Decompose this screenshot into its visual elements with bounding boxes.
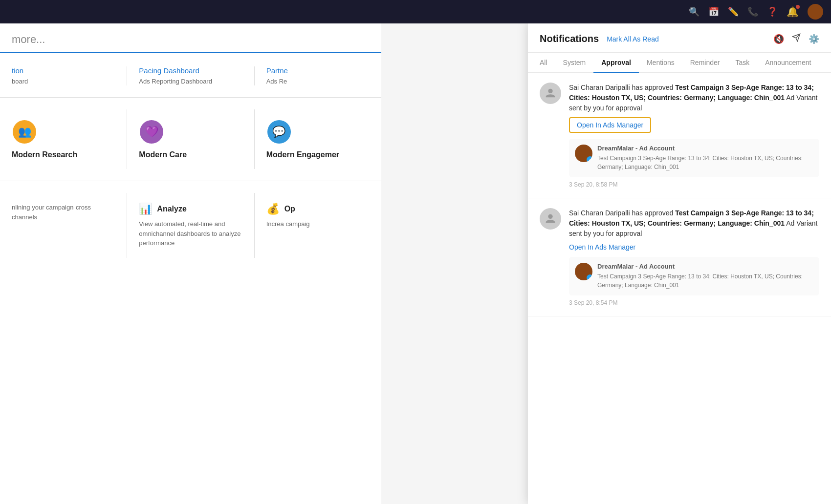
- pacing-dashboard-sub: Ads Reporting Dashboard: [139, 78, 212, 85]
- left-streamlining: nlining your campaign cross channels: [0, 193, 127, 258]
- tab-mentions[interactable]: Mentions: [639, 53, 682, 72]
- dashboard-row: tion board Pacing Dashboard Ads Reportin…: [0, 53, 381, 98]
- account-card-2: t DreamMalar - Ad Account Test Campaign …: [569, 257, 819, 295]
- svg-point-5: [581, 267, 586, 272]
- notif-timestamp-1: 3 Sep 20, 8:58 PM: [569, 181, 819, 188]
- account-avatar-1: t: [575, 145, 592, 162]
- notif-avatar-1: [540, 83, 561, 104]
- analyze-title: Analyze: [157, 205, 186, 213]
- op-title: Op: [284, 205, 295, 213]
- notifications-list: Sai Charan Daripalli has approved Test C…: [528, 73, 831, 504]
- account-name-1: DreamMalar - Ad Account: [597, 145, 813, 152]
- help-icon[interactable]: ❓: [767, 6, 778, 17]
- settings-icon[interactable]: ⚙️: [809, 34, 819, 44]
- open-ads-btn-1[interactable]: Open In Ads Manager: [569, 117, 651, 133]
- analyze-header: 📊 Analyze: [139, 203, 242, 215]
- notification-tabs: AllSystemApprovalMentionsReminderTaskAnn…: [528, 53, 831, 73]
- tab-task[interactable]: Task: [727, 53, 757, 72]
- tion-label: tion: [12, 66, 115, 75]
- svg-point-4: [548, 214, 552, 219]
- analyze-desc: View automated, real-time and omnichanne…: [139, 220, 241, 247]
- panel-title-row: Notifications Mark All As Read: [540, 33, 659, 44]
- tab-all[interactable]: All: [540, 53, 555, 72]
- notif-timestamp-2: 3 Sep 20, 8:54 PM: [569, 299, 819, 306]
- streamline-text-1: nlining your campaign: [12, 204, 73, 211]
- tab-announcement[interactable]: Announcement: [757, 53, 819, 72]
- search-area: more...: [0, 23, 381, 53]
- account-card-1: t DreamMalar - Ad Account Test Campaign …: [569, 139, 819, 177]
- partner-dashboard-link[interactable]: Partne: [266, 66, 370, 75]
- notification-item-2: Sai Charan Daripalli has approved Test C…: [528, 198, 831, 316]
- open-ads-btn-2[interactable]: Open In Ads Manager: [569, 243, 635, 251]
- account-name-2: DreamMalar - Ad Account: [597, 263, 813, 270]
- svg-point-3: [581, 149, 586, 153]
- account-card-text-1: Test Campaign 3 Sep-Age Range: 13 to 34;…: [597, 154, 813, 171]
- search-icon[interactable]: 🔍: [689, 6, 700, 17]
- tab-approval[interactable]: Approval: [593, 53, 639, 72]
- search-placeholder: more...: [12, 33, 45, 45]
- notif-text-1: Sai Charan Daripalli has approved Test C…: [569, 83, 819, 113]
- op-desc: Increa campaig: [266, 220, 310, 228]
- sound-icon[interactable]: 🔇: [773, 34, 784, 44]
- analyze-icon: 📊: [139, 203, 152, 215]
- notif-body-2: Sai Charan Daripalli has approved Test C…: [569, 208, 819, 306]
- tab-reminder[interactable]: Reminder: [682, 53, 728, 72]
- panel-title: Notifications: [540, 33, 599, 44]
- partner-dashboard-sub: Ads Re: [266, 78, 287, 85]
- research-name: Modern Research: [12, 150, 77, 159]
- product-engagement[interactable]: 💬 Modern Engagemer: [255, 109, 381, 169]
- board-label: board: [12, 78, 28, 85]
- svg-point-2: [548, 89, 552, 93]
- partner-dashboard-item: Partne Ads Re: [255, 66, 381, 85]
- bell-icon[interactable]: 🔔: [787, 6, 799, 18]
- engagement-icon: 💬: [266, 119, 292, 145]
- care-name: Modern Care: [139, 150, 187, 159]
- care-icon: 💜: [139, 119, 164, 145]
- account-card-content-1: DreamMalar - Ad Account Test Campaign 3 …: [597, 145, 813, 171]
- user-avatar[interactable]: [808, 4, 823, 20]
- left-truncated-item: tion board: [0, 66, 127, 85]
- phone-icon[interactable]: 📞: [747, 6, 758, 17]
- products-grid: 👥 Modern Research 💜 Modern Care 💬 Modern…: [0, 98, 381, 181]
- notification-item-1: Sai Charan Daripalli has approved Test C…: [528, 73, 831, 198]
- notification-panel: Notifications Mark All As Read 🔇 ⚙️ AllS…: [528, 23, 831, 504]
- notif-text-2: Sai Charan Daripalli has approved Test C…: [569, 208, 819, 239]
- twitter-badge-2: t: [587, 274, 592, 280]
- account-avatar-2: t: [575, 263, 592, 280]
- notif-avatar-2: [540, 208, 561, 230]
- research-icon: 👥: [12, 119, 37, 145]
- engagement-name: Modern Engagemer: [266, 150, 339, 159]
- notification-dot: [796, 5, 800, 9]
- panel-header: Notifications Mark All As Read 🔇 ⚙️: [528, 23, 831, 53]
- pacing-dashboard-link[interactable]: Pacing Dashboard: [139, 66, 242, 75]
- send-icon[interactable]: [792, 33, 801, 44]
- background-content: more... tion board Pacing Dashboard Ads …: [0, 23, 381, 504]
- analyze-row: nlining your campaign cross channels 📊 A…: [0, 181, 381, 270]
- op-header: 💰 Op: [266, 203, 370, 215]
- twitter-badge-1: t: [587, 156, 592, 162]
- tab-system[interactable]: System: [555, 53, 594, 72]
- op-icon: 💰: [266, 203, 280, 215]
- mark-all-read-button[interactable]: Mark All As Read: [607, 35, 659, 43]
- analyze-item-main[interactable]: 📊 Analyze View automated, real-time and …: [127, 193, 254, 258]
- account-card-text-2: Test Campaign 3 Sep-Age Range: 13 to 34;…: [597, 272, 813, 290]
- notif-body-1: Sai Charan Daripalli has approved Test C…: [569, 83, 819, 188]
- account-card-content-2: DreamMalar - Ad Account Test Campaign 3 …: [597, 263, 813, 290]
- panel-actions: 🔇 ⚙️: [773, 33, 819, 44]
- analyze-item-op[interactable]: 💰 Op Increa campaig: [255, 193, 381, 258]
- edit-icon[interactable]: ✏️: [728, 6, 739, 17]
- product-research[interactable]: 👥 Modern Research: [0, 109, 127, 169]
- top-navigation: 🔍 📅 ✏️ 📞 ❓ 🔔: [0, 0, 831, 23]
- calendar-icon[interactable]: 📅: [708, 6, 719, 17]
- product-care[interactable]: 💜 Modern Care: [127, 109, 254, 169]
- pacing-dashboard-item: Pacing Dashboard Ads Reporting Dashboard: [127, 66, 254, 85]
